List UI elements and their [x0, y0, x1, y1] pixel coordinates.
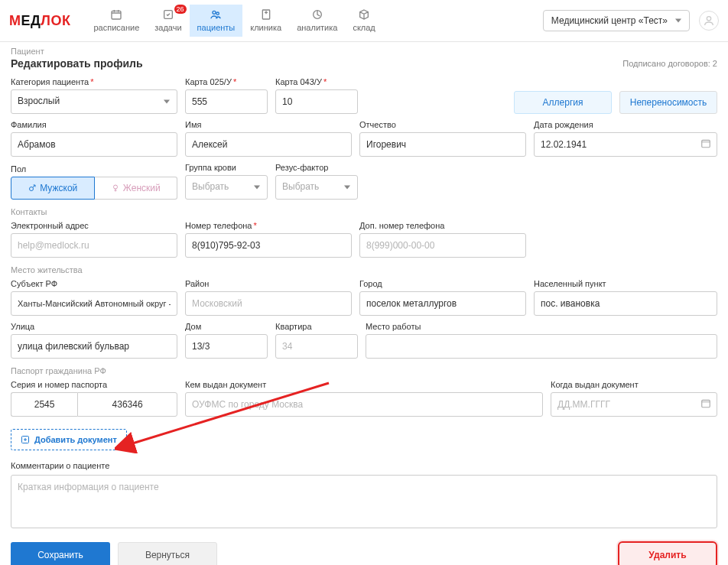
- plus-icon: [21, 435, 30, 444]
- rh-select[interactable]: Выбрать: [275, 175, 358, 200]
- breadcrumb: Пациент: [0, 42, 728, 56]
- card025-input[interactable]: [185, 89, 268, 114]
- section-passport: Паспорт гражданина РФ: [11, 366, 717, 375]
- house-input[interactable]: [185, 334, 268, 359]
- label-house: Дом: [185, 322, 268, 331]
- phone2-input[interactable]: [359, 233, 526, 258]
- signed-count: Подписано договоров: 2: [622, 59, 717, 68]
- label-phone2: Доп. номер телефона: [359, 221, 526, 230]
- firstname-input[interactable]: [185, 132, 352, 157]
- email-input[interactable]: [11, 233, 177, 258]
- patronymic-input[interactable]: [359, 132, 526, 157]
- nav-analytics[interactable]: аналитика: [289, 5, 345, 37]
- label-phone: Номер телефона*: [185, 221, 352, 230]
- label-apt: Квартира: [275, 322, 358, 331]
- save-button[interactable]: Сохранить: [11, 542, 110, 565]
- passport-issuer-input[interactable]: [185, 392, 543, 417]
- gender-male-button[interactable]: Мужской: [11, 177, 95, 200]
- blood-select[interactable]: Выбрать: [185, 175, 268, 200]
- label-card025: Карта 025/У*: [185, 77, 268, 86]
- label-rh: Резус-фактор: [275, 163, 358, 172]
- street-input[interactable]: [11, 334, 177, 359]
- label-patronymic: Отчество: [359, 120, 526, 129]
- label-passport-issuer: Кем выдан документ: [185, 380, 543, 389]
- work-input[interactable]: [366, 334, 717, 359]
- label-birthdate: Дата рождения: [534, 120, 717, 129]
- label-region: Субъект РФ: [11, 279, 177, 288]
- clinic-icon: [259, 8, 273, 21]
- label-city: Город: [359, 279, 526, 288]
- label-lastname: Фамилия: [11, 120, 177, 129]
- gender-female-button[interactable]: Женский: [95, 177, 178, 200]
- lastname-input[interactable]: [11, 132, 177, 157]
- card043-input[interactable]: [275, 89, 358, 114]
- region-input[interactable]: [11, 291, 177, 316]
- section-contacts: Контакты: [11, 207, 717, 216]
- box-icon: [357, 8, 371, 21]
- tasks-badge: 26: [174, 5, 187, 14]
- label-firstname: Имя: [185, 120, 352, 129]
- svg-rect-0: [112, 11, 121, 19]
- add-document-button[interactable]: Добавить документ: [11, 429, 127, 450]
- label-street: Улица: [11, 322, 177, 331]
- page-title: Редактировать профиль: [11, 57, 143, 70]
- intolerance-button[interactable]: Непереносимость: [619, 91, 717, 114]
- label-passport-sn: Серия и номер паспорта: [11, 380, 177, 389]
- label-comments: Комментарии о пациенте: [11, 461, 717, 470]
- label-card043: Карта 043/У*: [275, 77, 358, 86]
- passport-date-input[interactable]: [551, 392, 717, 417]
- analytics-icon: [310, 8, 324, 21]
- section-residence: Место жительства: [11, 265, 717, 274]
- city-input[interactable]: [359, 291, 526, 316]
- passport-number-input[interactable]: [77, 392, 177, 417]
- back-button[interactable]: Вернуться: [118, 542, 217, 565]
- nav-patients[interactable]: пациенты: [190, 5, 243, 37]
- svg-point-3: [216, 12, 219, 15]
- label-passport-date: Когда выдан документ: [551, 380, 717, 389]
- birthdate-input[interactable]: [534, 132, 717, 157]
- apt-input[interactable]: [275, 334, 358, 359]
- label-category: Категория пациента*: [11, 77, 177, 86]
- nav-schedule[interactable]: расписание: [86, 5, 147, 37]
- patients-icon: [209, 8, 223, 21]
- svg-point-9: [113, 185, 117, 189]
- settlement-input[interactable]: [534, 291, 717, 316]
- svg-point-8: [30, 187, 34, 191]
- comments-textarea[interactable]: [11, 475, 717, 528]
- top-nav: расписание 26 задачи пациенты клиника ан…: [86, 5, 382, 37]
- tasks-icon: [161, 8, 175, 21]
- phone-input[interactable]: [185, 233, 352, 258]
- allergy-button[interactable]: Аллергия: [514, 91, 612, 114]
- category-select[interactable]: Взрослый: [11, 89, 177, 114]
- app-logo: MЕДЛОК: [9, 13, 70, 29]
- label-email: Электронный адрес: [11, 221, 177, 230]
- district-input[interactable]: [185, 291, 352, 316]
- delete-button[interactable]: Удалить: [618, 541, 717, 565]
- nav-clinic[interactable]: клиника: [242, 5, 289, 37]
- nav-tasks[interactable]: 26 задачи: [147, 5, 189, 37]
- calendar-icon: [109, 8, 123, 21]
- label-gender: Пол: [11, 164, 177, 174]
- label-blood: Группа крови: [185, 163, 268, 172]
- user-avatar[interactable]: [699, 11, 719, 31]
- svg-point-2: [213, 11, 216, 14]
- label-district: Район: [185, 279, 352, 288]
- label-settlement: Населенный пункт: [534, 279, 717, 288]
- svg-point-6: [707, 17, 710, 21]
- nav-warehouse[interactable]: склад: [345, 5, 382, 37]
- center-select[interactable]: Медицинский центр «Тест»: [543, 10, 690, 31]
- passport-series-input[interactable]: [11, 392, 77, 417]
- label-work: Место работы: [366, 322, 717, 331]
